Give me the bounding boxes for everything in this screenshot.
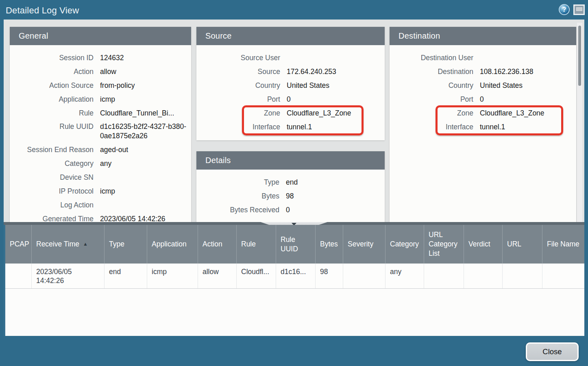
detailed-log-view-dialog: Detailed Log View ? General Session ID 1… xyxy=(0,0,588,366)
field-bytes: Bytes 98 xyxy=(196,189,385,203)
close-button[interactable]: Close xyxy=(526,342,579,361)
panel-details: Details Type end Bytes 98 Bytes Received… xyxy=(196,151,385,222)
cell-receive-time: 2023/06/05 14:42:26 xyxy=(32,264,105,288)
column-header-bytes[interactable]: Bytes xyxy=(316,225,343,264)
field-source-interface: Interface tunnel.1 xyxy=(196,120,385,134)
field-source-user: Source User xyxy=(196,51,385,65)
panel-details-body: Type end Bytes 98 Bytes Received 0 xyxy=(196,170,385,217)
panel-general-title: General xyxy=(10,27,191,45)
log-detail-panels: General Session ID 124632 Action allow A… xyxy=(4,20,584,222)
panel-source: Source Source User Source 172.64.240.253… xyxy=(196,27,385,140)
cell-rule: Cloudfl... xyxy=(237,264,276,288)
column-header-file-name[interactable]: File Name xyxy=(542,225,584,264)
panel-general-body: Session ID 124632 Action allow Action So… xyxy=(10,45,191,222)
field-source: Source 172.64.240.253 xyxy=(196,65,385,78)
column-header-type[interactable]: Type xyxy=(105,225,147,264)
panel-table-splitter xyxy=(4,222,584,225)
column-header-rule[interactable]: Rule xyxy=(237,225,276,264)
cell-rule-uuid: d1c16... xyxy=(276,264,316,288)
column-header-action[interactable]: Action xyxy=(198,225,237,264)
cell-verdict xyxy=(464,264,503,288)
field-generated-time: Generated Time 2023/06/05 14:42:26 xyxy=(10,212,191,222)
field-session-id: Session ID 124632 xyxy=(10,51,191,65)
column-header-url-category-list[interactable]: URL Category List xyxy=(424,225,464,264)
cell-severity xyxy=(343,264,385,288)
field-category: Category any xyxy=(10,157,191,170)
column-header-url[interactable]: URL xyxy=(503,225,542,264)
log-table-row[interactable]: 2023/06/05 14:42:26 end icmp allow Cloud… xyxy=(5,264,584,289)
cell-type: end xyxy=(105,264,147,288)
titlebar: Detailed Log View ? xyxy=(0,0,588,20)
column-header-verdict[interactable]: Verdict xyxy=(464,225,503,264)
field-destination-country: Country United States xyxy=(390,78,576,92)
dialog-title: Detailed Log View xyxy=(6,5,79,16)
field-session-end-reason: Session End Reason aged-out xyxy=(10,143,191,157)
log-table-header: PCAP Receive Time ▲ Type Application Act… xyxy=(5,225,584,264)
column-header-receive-time[interactable]: Receive Time ▲ xyxy=(32,225,105,264)
cell-file-name xyxy=(542,264,584,288)
column-header-category[interactable]: Category xyxy=(385,225,424,264)
field-bytes-received: Bytes Received 0 xyxy=(196,203,385,217)
panel-destination-body: Destination User Destination 108.162.236… xyxy=(390,45,576,134)
panel-general: General Session ID 124632 Action allow A… xyxy=(10,27,191,222)
column-header-severity[interactable]: Severity xyxy=(343,225,385,264)
panel-source-title: Source xyxy=(196,27,385,45)
field-rule-uuid: Rule UUID d1c16235-b2f2-4327-b380-0ae187… xyxy=(10,120,191,143)
field-source-port: Port 0 xyxy=(196,92,385,106)
cell-url xyxy=(503,264,542,288)
help-glyph: ? xyxy=(562,6,566,13)
field-ip-protocol: IP Protocol icmp xyxy=(10,184,191,198)
column-header-application[interactable]: Application xyxy=(147,225,198,264)
cell-url-category-list xyxy=(424,264,464,288)
field-destination-port: Port 0 xyxy=(390,92,576,106)
window-glyph xyxy=(576,7,582,11)
field-rule: Rule Cloudflare_Tunnel_Bi... xyxy=(10,106,191,120)
field-destination-user: Destination User xyxy=(390,51,576,65)
field-destination-interface: Interface tunnel.1 xyxy=(390,120,576,134)
vertical-scrollbar-thumb[interactable] xyxy=(578,26,581,86)
panel-details-title: Details xyxy=(196,151,385,170)
cell-category: any xyxy=(385,264,424,288)
field-source-country: Country United States xyxy=(196,78,385,92)
panel-destination: Destination Destination User Destination… xyxy=(390,27,576,222)
field-destination: Destination 108.162.236.138 xyxy=(390,65,576,78)
field-log-action: Log Action xyxy=(10,198,191,212)
cell-bytes: 98 xyxy=(316,264,343,288)
help-icon[interactable]: ? xyxy=(559,4,570,15)
field-action: Action allow xyxy=(10,65,191,78)
column-header-pcap[interactable]: PCAP xyxy=(5,225,32,264)
field-application: Application icmp xyxy=(10,92,191,106)
maximize-window-icon[interactable] xyxy=(573,4,585,15)
field-source-zone: Zone Cloudflare_L3_Zone xyxy=(196,106,385,120)
dialog-body: General Session ID 124632 Action allow A… xyxy=(4,20,584,336)
column-header-rule-uuid[interactable]: Rule UUID xyxy=(276,225,316,264)
panel-destination-title: Destination xyxy=(390,27,576,45)
field-action-source: Action Source from-policy xyxy=(10,78,191,92)
log-table: PCAP Receive Time ▲ Type Application Act… xyxy=(4,225,584,336)
cell-pcap xyxy=(5,264,32,288)
panel-source-body: Source User Source 172.64.240.253 Countr… xyxy=(196,45,385,134)
field-type: Type end xyxy=(196,175,385,189)
field-device-sn: Device SN xyxy=(10,170,191,184)
cell-action: allow xyxy=(198,264,237,288)
sort-ascending-icon: ▲ xyxy=(83,241,88,248)
related-logs-section: PCAP Receive Time ▲ Type Application Act… xyxy=(4,222,584,336)
field-destination-zone: Zone Cloudflare_L3_Zone xyxy=(390,106,576,120)
vertical-scrollbar-track[interactable] xyxy=(577,23,582,222)
cell-application: icmp xyxy=(147,264,198,288)
